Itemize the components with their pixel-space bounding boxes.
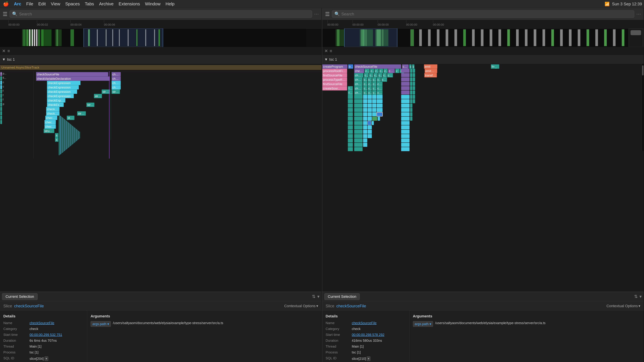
left-starttime-val[interactable]: 00:00:00.299 532 751 xyxy=(30,333,84,337)
right-processtyperef[interactable]: processTypeRef... xyxy=(322,77,347,82)
flame-block-s-394[interactable]: s xyxy=(55,137,58,142)
left-filter-icon[interactable]: ⇅ xyxy=(312,294,316,299)
right-checksourcefile-main[interactable]: checkSourceFile xyxy=(354,64,401,69)
right-bl[interactable]: bl... xyxy=(348,64,353,69)
right-ch-3[interactable]: ch... xyxy=(384,69,388,73)
flame-block-checkvariabledecl[interactable]: checkVariableDeclaration xyxy=(36,76,110,81)
right-che-r6b[interactable]: che... xyxy=(363,90,367,95)
left-flame-scroll[interactable]: c xyxy=(0,71,322,292)
right-che-r3f[interactable]: che... xyxy=(381,77,387,82)
close-button[interactable]: ✕ xyxy=(2,48,6,54)
apple-menu[interactable]: 🍎 xyxy=(2,1,10,7)
flame-block-checkexpr-11[interactable]: checkExpressi... xyxy=(44,120,56,124)
right-name-val[interactable]: checkSourceFile xyxy=(352,321,406,325)
left-search-input[interactable] xyxy=(19,12,310,16)
right-ch-r4c[interactable]: ch... xyxy=(368,82,372,86)
menu-view[interactable]: View xyxy=(50,1,61,7)
right-checkVariab[interactable]: checkVariab... xyxy=(354,69,364,73)
right-chec-1[interactable]: chec... xyxy=(364,69,370,73)
right-che-r4e[interactable]: che... xyxy=(377,82,382,86)
flame-block-checksourcefile-1[interactable]: checkSourceF... xyxy=(112,72,121,76)
right-che-r3e[interactable]: ch... xyxy=(377,77,381,82)
menu-tabs[interactable]: Tabs xyxy=(84,1,95,7)
left-minimap[interactable] xyxy=(0,28,322,47)
right-search-input[interactable] xyxy=(342,12,632,16)
flame-block-checkexpr-2[interactable]: checkExpression xyxy=(47,81,80,85)
right-chf-r2[interactable]: che... xyxy=(369,73,373,77)
menu-archive[interactable]: Archive xyxy=(98,1,115,7)
right-close-button[interactable]: ✕ xyxy=(324,48,328,54)
left-slice-name[interactable]: checkSourceFile xyxy=(14,304,44,308)
flame-block-struct-7[interactable]: structure... xyxy=(86,103,94,107)
right-che-r5b[interactable]: che... xyxy=(363,86,367,90)
right-che-r3b[interactable]: che... xyxy=(363,77,367,82)
left-search-bar[interactable]: 🔍 xyxy=(10,10,312,18)
flame-block-checkexpr-3r[interactable]: checkExpre... xyxy=(112,85,121,89)
flame-block-checkexpr-8[interactable]: checkExpression xyxy=(46,107,60,111)
right-checkExpres-r2[interactable]: checkExpres... xyxy=(354,73,364,77)
flame-block-structtype[interactable]: structuredTyp... xyxy=(44,129,54,133)
right-chec-r1[interactable]: chec... xyxy=(388,69,395,73)
right-processrootfiles[interactable]: processRootFiles xyxy=(322,69,347,73)
menu-file[interactable]: File xyxy=(25,1,34,7)
flame-block-checkexpr-10[interactable]: checkExpression xyxy=(45,116,57,120)
flame-block-struct-4r[interactable]: structured... xyxy=(112,89,120,94)
right-ch-2[interactable]: ch... xyxy=(379,69,383,73)
right-checkExpres-r3[interactable]: checkExpres... xyxy=(354,77,362,82)
right-chi-r2[interactable]: ch... xyxy=(382,73,387,77)
right-sqlid-dropdown[interactable]: ▾ xyxy=(366,356,370,361)
right-current-selection-tab[interactable]: Current Selection xyxy=(324,293,360,300)
left-track-header[interactable]: ▼ tsc 1 xyxy=(0,55,322,64)
right-menu-icon[interactable]: ☰ xyxy=(325,11,330,17)
right-ch-r4d[interactable]: ch... xyxy=(372,82,376,86)
left-sqlid-val[interactable]: slice[204] ▾ xyxy=(30,356,84,361)
app-name[interactable]: Arc xyxy=(13,1,22,7)
flame-block-checkexpr-5[interactable]: checkExpression xyxy=(47,94,74,98)
right-createprogram[interactable]: createProgram xyxy=(322,64,348,69)
right-che-r3d[interactable]: ch... xyxy=(372,77,376,82)
flame-block-checksourcefile-0[interactable]: checkSourceFile xyxy=(36,72,108,76)
left-args-path[interactable]: args.path ▾ xyxy=(90,321,111,327)
right-sqlid-val[interactable]: slice[210] ▾ xyxy=(352,356,406,361)
right-chee-r2[interactable]: chee... xyxy=(364,73,368,77)
right-ch-r6c[interactable]: ch... xyxy=(368,90,372,95)
right-track-collapse-icon[interactable]: ▼ xyxy=(324,57,328,62)
right-track-header[interactable]: ▼ tsc 1 xyxy=(322,55,644,64)
flame-block-checkexpr-3[interactable]: checkExpression xyxy=(47,85,79,89)
right-slice-name[interactable]: checkSourceFile xyxy=(336,304,366,308)
right-createsour[interactable]: createSour... xyxy=(322,86,347,90)
right-c-r1[interactable]: c xyxy=(395,69,400,73)
left-contextual-options[interactable]: Contextual Options ▾ xyxy=(284,304,318,308)
right-filter-icon[interactable]: ⇅ xyxy=(634,294,638,299)
right-ch-1[interactable]: ch... xyxy=(374,69,379,73)
menu-spaces[interactable]: Spaces xyxy=(64,1,81,7)
right-ch-r5d[interactable]: ch... xyxy=(372,86,376,90)
right-ch-r5c[interactable]: ch... xyxy=(368,86,372,90)
flame-block-struct-4[interactable]: structu... xyxy=(102,89,110,94)
right-che-1[interactable]: che... xyxy=(370,69,374,73)
right-che-r3c[interactable]: ch... xyxy=(368,77,372,82)
right-flame-scroll[interactable]: createProgram bl... checkSourceFile chec… xyxy=(322,64,644,292)
flame-block-checkexpr-7[interactable]: checkExpression xyxy=(47,103,64,107)
right-fin-2[interactable]: fi... xyxy=(348,90,353,95)
left-toolbar-extra[interactable]: ⋯ xyxy=(314,11,319,17)
flame-block-checkvariabledecl-1[interactable]: checkVaria... xyxy=(112,76,121,81)
right-toolbar-extra[interactable]: ⋯ xyxy=(636,11,641,17)
left-menu-icon[interactable]: ☰ xyxy=(3,11,8,17)
flame-block-checkexpr-4[interactable]: checkExpression xyxy=(47,89,77,94)
right-chh-r2[interactable]: ch... xyxy=(378,73,382,77)
right-checkExpre-r4[interactable]: checkExpre... xyxy=(354,82,362,86)
right-checkExpre-r5[interactable]: checkExpre... xyxy=(354,86,362,90)
right-starttime-val[interactable]: 00:00:00.298 578 292 xyxy=(352,333,406,337)
right-findsourcefile[interactable]: findSourceFile xyxy=(322,73,347,77)
right-fin-1[interactable]: fin _ xyxy=(348,86,353,90)
left-current-selection-tab[interactable]: Current Selection xyxy=(2,293,38,300)
right-chg-r2[interactable]: ch... xyxy=(374,73,378,77)
track-collapse-icon[interactable]: ▼ xyxy=(2,57,6,62)
menu-edit[interactable]: Edit xyxy=(37,1,47,7)
menu-extensions[interactable]: Extensions xyxy=(118,1,141,7)
flame-block-checkexpr-2r[interactable]: checkExpre... xyxy=(112,81,121,85)
right-ch-r6d[interactable]: ch... xyxy=(372,90,376,95)
flame-block-checkexpr-9[interactable]: checkExpression xyxy=(46,111,60,116)
right-expand-button[interactable]: ≡ xyxy=(330,48,332,54)
